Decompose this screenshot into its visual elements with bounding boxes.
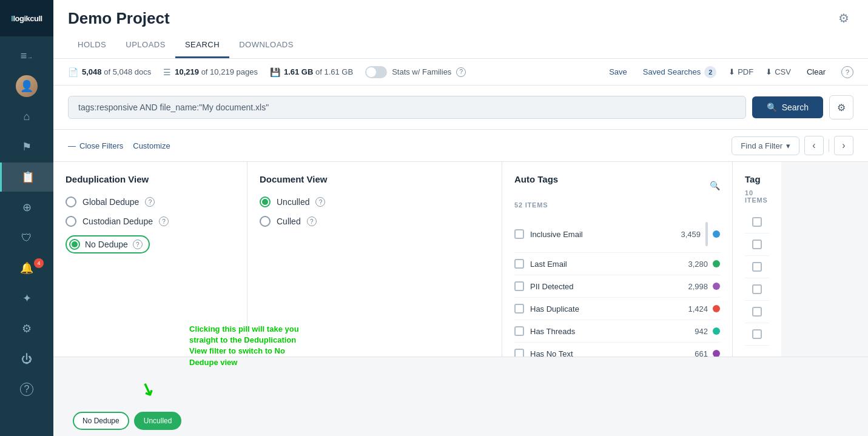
stats-families-toggle[interactable]: Stats w/ Families ? (365, 66, 466, 78)
customize-button[interactable]: Customize (133, 141, 170, 150)
header-top: Demo Project ⚙ (68, 0, 853, 33)
no-dedupe-label: No Dedupe (85, 240, 128, 249)
tag-color-has-threads (713, 327, 720, 335)
size-value: 1.61 GB of 1.61 GB (284, 67, 353, 76)
filter-prev-button[interactable]: ‹ (804, 136, 824, 155)
sidebar-item-notifications[interactable]: 🔔 4 (0, 253, 53, 283)
docs-icon: 📄 (68, 67, 78, 77)
toggle-switch[interactable] (365, 66, 387, 78)
tag-row-6 (745, 323, 769, 346)
deduplication-panel: Deduplication View Global Dedupe ? Custo… (53, 162, 247, 357)
search-options-button[interactable]: ⚙ (829, 95, 853, 119)
sidebar-item-processing[interactable]: ⚑ (0, 132, 53, 161)
tag-row-5 (745, 301, 769, 323)
tag-checkbox-has-threads[interactable] (514, 326, 524, 336)
filter-panels: Deduplication View Global Dedupe ? Custo… (53, 162, 868, 357)
dedup-option-no-dedupe[interactable]: No Dedupe ? (66, 235, 235, 253)
tag-checkbox-last-email[interactable] (514, 259, 524, 269)
clear-button[interactable]: Clear (803, 65, 829, 79)
pages-icon: ☰ (163, 67, 171, 77)
tag-panel-checkbox-1[interactable] (752, 217, 762, 227)
search-input[interactable]: tags:responsive AND file_name:"My docume… (68, 96, 746, 119)
help-button[interactable]: ? (841, 66, 853, 78)
gear-icon: ⚙ (22, 322, 32, 335)
sidebar-item-expand[interactable]: ≡→ (0, 41, 53, 70)
stats-families-help-icon[interactable]: ? (456, 67, 466, 77)
size-stat: 💾 1.61 GB of 1.61 GB (270, 67, 353, 77)
tab-downloads[interactable]: DOWNLOADS (229, 33, 303, 58)
sidebar-item-brightness[interactable]: ✦ (0, 284, 53, 313)
auto-tags-list: Inclusive Email 3,459 Last Email (514, 216, 720, 357)
dedup-option-custodian[interactable]: Custodian Dedupe ? (66, 216, 235, 227)
doc-view-option-unculled[interactable]: Unculled ? (260, 196, 490, 207)
search-button[interactable]: 🔍 Search (752, 96, 823, 118)
radio-global (66, 196, 76, 207)
pdf-export-button[interactable]: ⬇ PDF (728, 67, 753, 76)
dedup-option-global[interactable]: Global Dedupe ? (66, 196, 235, 207)
custodian-dedupe-help-icon[interactable]: ? (159, 216, 169, 226)
tag-panel-checkbox-4[interactable] (752, 284, 762, 294)
sidebar-nav: ≡→ 👤 ⌂ ⚑ 📋 ⊕ 🛡 🔔 4 ✦ ⚙ (0, 36, 53, 404)
chevron-right-icon: › (842, 140, 845, 151)
sidebar-item-settings[interactable]: ⚙ (0, 314, 53, 343)
tag-panel-checkbox-2[interactable] (752, 240, 762, 249)
tag-row-inclusive-email: Inclusive Email 3,459 (514, 216, 720, 253)
filter-bar-right: Find a Filter ▾ ‹ › (732, 136, 853, 155)
culled-help-icon[interactable]: ? (307, 216, 317, 226)
share-icon: ⊕ (22, 201, 32, 214)
auto-tags-count: 52 ITEMS (514, 201, 720, 209)
close-filters-button[interactable]: — Close Filters (68, 141, 123, 150)
unculled-label: Unculled (277, 197, 309, 207)
find-filter-button[interactable]: Find a Filter ▾ (732, 136, 799, 155)
tag-checkbox-has-duplicate[interactable] (514, 304, 524, 314)
sidebar: llogikcull ≡→ 👤 ⌂ ⚑ 📋 ⊕ 🛡 🔔 4 (0, 0, 53, 436)
tag-row-has-no-text: Has No Text 661 (514, 343, 720, 357)
csv-download-icon: ⬇ (765, 67, 772, 76)
filter-bar-left: — Close Filters Customize (68, 141, 170, 150)
tag-panel-checkbox-6[interactable] (752, 329, 762, 339)
tag-count-has-duplicate: 1,424 (688, 304, 708, 314)
filter-bar: — Close Filters Customize Find a Filter … (53, 130, 868, 162)
saved-searches-button[interactable]: Saved Searches 2 (643, 66, 716, 78)
chevron-down-icon: ▾ (786, 141, 790, 150)
pill-unculled[interactable]: Unculled (134, 412, 182, 430)
filter-next-button[interactable]: › (834, 136, 853, 155)
tag-panel-checkbox-3[interactable] (752, 262, 762, 272)
radio-no-dedupe (69, 239, 80, 250)
tab-uploads[interactable]: UPLOADS (116, 33, 175, 58)
sidebar-item-shield[interactable]: 🛡 (0, 223, 53, 252)
tag-panel-title: Tag (745, 174, 769, 184)
unculled-help-icon[interactable]: ? (315, 197, 325, 207)
sidebar-item-home[interactable]: ⌂ (0, 102, 53, 131)
tag-name-pii: PII Detected (530, 282, 574, 291)
tab-search[interactable]: SEARCH (175, 33, 229, 58)
tag-checkbox-pii[interactable] (514, 281, 524, 291)
power-icon: ⏻ (21, 353, 32, 366)
search-options-icon: ⚙ (837, 102, 846, 113)
save-button[interactable]: Save (605, 65, 631, 79)
tag-row-left: Inclusive Email (514, 229, 583, 239)
custodian-dedupe-label: Custodian Dedupe (82, 216, 153, 226)
tag-checkbox-inclusive-email[interactable] (514, 229, 524, 239)
tab-holds[interactable]: HOLDS (68, 33, 116, 58)
tag-checkbox-has-no-text[interactable] (514, 349, 524, 357)
no-dedupe-help-icon[interactable]: ? (133, 240, 143, 249)
sidebar-item-power[interactable]: ⏻ (0, 344, 53, 374)
csv-export-button[interactable]: ⬇ CSV (765, 67, 791, 76)
project-settings-button[interactable]: ⚙ (834, 8, 853, 28)
tag-panel-count: 10 ITEMS (745, 189, 769, 204)
sidebar-item-help[interactable]: ? (0, 375, 53, 404)
pill-no-dedupe[interactable]: No Dedupe (73, 412, 129, 430)
documents-icon: 📋 (21, 170, 35, 184)
auto-tags-search-icon[interactable]: 🔍 (710, 181, 720, 190)
tag-count-has-threads: 942 (695, 327, 708, 336)
tag-panel-checkbox-5[interactable] (752, 307, 762, 317)
bell-icon: 🔔 (20, 261, 33, 275)
global-dedupe-help-icon[interactable]: ? (145, 197, 155, 207)
doc-view-option-culled[interactable]: Culled ? (260, 216, 490, 227)
radio-unculled (260, 196, 271, 207)
sidebar-item-avatar[interactable]: 👤 (0, 72, 53, 101)
global-dedupe-label: Global Dedupe (82, 197, 139, 207)
sidebar-item-share[interactable]: ⊕ (0, 193, 53, 222)
sidebar-item-documents[interactable]: 📋 (0, 163, 53, 192)
